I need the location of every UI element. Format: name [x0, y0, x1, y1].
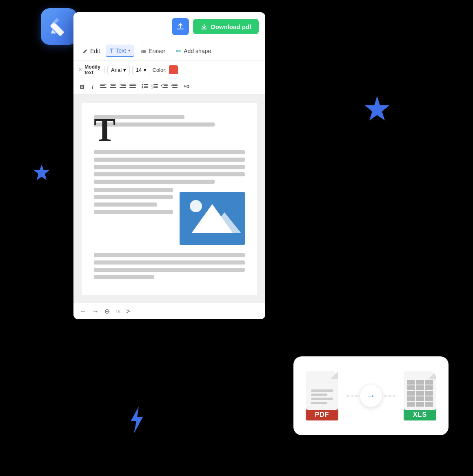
size-selector[interactable]: 14 ▾ — [132, 65, 150, 75]
pencil-icon — [49, 16, 69, 37]
svg-rect-0 — [50, 22, 64, 36]
xls-cell — [416, 396, 424, 401]
text-line — [94, 210, 173, 214]
align-right-button[interactable] — [119, 82, 127, 91]
text-line — [94, 195, 173, 199]
italic-button[interactable]: I — [90, 82, 95, 91]
page-number: 15 — [115, 309, 120, 314]
editor-topbar: Download pdf — [73, 12, 265, 41]
pdf-file-icon: PDF — [306, 371, 338, 420]
eraser-tool-button[interactable]: Eraser — [136, 45, 169, 57]
align-group — [99, 82, 137, 91]
svg-rect-15 — [110, 87, 116, 88]
lightning-icon — [127, 406, 146, 439]
svg-rect-36 — [162, 87, 168, 88]
font-selector[interactable]: Arial ▾ — [107, 65, 130, 75]
text-line — [94, 158, 245, 162]
nav-back-button[interactable]: ← — [80, 308, 87, 315]
pdf-file-line — [311, 402, 327, 404]
xls-cell — [425, 385, 433, 390]
svg-rect-25 — [144, 86, 148, 87]
doc-canvas: T — [73, 95, 265, 303]
star-small-icon — [33, 163, 51, 185]
svg-rect-40 — [172, 87, 178, 88]
edit-label: Edit — [90, 48, 100, 54]
text-lines-area — [94, 115, 245, 127]
pdf-file-line — [311, 394, 327, 396]
svg-rect-20 — [129, 85, 136, 86]
upload-button[interactable] — [172, 18, 189, 35]
doc-content-area: T — [94, 115, 245, 146]
add-shape-tool-button[interactable]: Add shape — [171, 45, 215, 57]
toolbar-row2: × Modify text Arial ▾ 14 ▾ Color: — [73, 61, 265, 79]
text-line — [94, 268, 245, 272]
list-group: 1.2.3. — [141, 82, 178, 91]
text-line — [94, 180, 215, 184]
text-lines-block2 — [94, 150, 245, 184]
zoom-out-button[interactable]: ⊖ — [104, 307, 110, 315]
font-chevron-icon: ▾ — [123, 67, 126, 73]
text-line — [94, 172, 245, 176]
text-line — [94, 253, 245, 257]
xls-cell — [416, 385, 424, 390]
doc-image-row — [94, 188, 245, 249]
align-justify-button[interactable] — [129, 82, 137, 91]
svg-rect-34 — [162, 84, 168, 85]
nav-forward-button[interactable]: → — [92, 308, 99, 315]
svg-marker-4 — [34, 165, 49, 180]
xls-cell — [425, 396, 433, 401]
text-line — [94, 260, 245, 265]
next-page-button[interactable]: > — [126, 308, 130, 315]
download-pdf-button[interactable]: Download pdf — [193, 19, 259, 34]
svg-point-8 — [176, 50, 178, 52]
svg-point-45 — [190, 200, 202, 212]
xls-cell — [407, 385, 415, 390]
svg-point-22 — [142, 84, 143, 85]
text-chevron-icon: ▾ — [128, 48, 130, 53]
svg-point-9 — [178, 50, 181, 52]
xls-cell — [407, 402, 415, 407]
svg-rect-29 — [153, 84, 158, 85]
editor-card: Download pdf Edit T Text ▾ Eraser — [73, 12, 265, 319]
svg-rect-38 — [172, 84, 178, 85]
bold-button[interactable]: B — [78, 82, 86, 91]
doc-T-icon: T — [94, 113, 115, 146]
color-swatch[interactable] — [169, 65, 178, 74]
pdf-file-line — [311, 389, 333, 392]
toolbar2-divider — [104, 66, 105, 73]
edit-tool-button[interactable]: Edit — [78, 45, 104, 57]
svg-rect-39 — [172, 85, 178, 86]
text-tool-button[interactable]: T Text ▾ — [106, 44, 134, 57]
svg-text:3.: 3. — [151, 87, 153, 89]
xls-cell — [416, 391, 424, 396]
xls-file-paper — [404, 371, 436, 410]
svg-rect-12 — [100, 87, 107, 88]
mountain-svg — [180, 192, 245, 245]
color-label: Color: — [153, 67, 167, 73]
svg-rect-17 — [121, 85, 126, 86]
close-modify-button[interactable]: × — [78, 66, 82, 73]
xls-file-icon: XLS — [404, 371, 436, 420]
xls-cell — [407, 380, 415, 385]
text-line — [94, 275, 154, 279]
list-indent-button[interactable] — [160, 82, 169, 91]
addshape-label: Add shape — [184, 48, 211, 54]
conversion-arrow-area: → — [346, 396, 395, 396]
list-bullet-button[interactable] — [141, 82, 149, 91]
list-number-button[interactable]: 1.2.3. — [151, 82, 159, 91]
doc-bottom-bar: ← → ⊖ 15 > — [73, 303, 265, 319]
align-left-button[interactable] — [99, 82, 107, 91]
text-line — [94, 202, 157, 207]
xls-grid — [407, 380, 433, 407]
svg-marker-37 — [161, 85, 162, 87]
link-button[interactable] — [182, 83, 190, 90]
text-lines-left — [94, 188, 173, 249]
text-line — [94, 165, 245, 169]
size-value: 14 — [136, 67, 142, 73]
align-center-button[interactable] — [109, 82, 117, 91]
svg-rect-16 — [120, 84, 126, 85]
doc-page: T — [82, 103, 257, 295]
conversion-card: PDF → — [293, 356, 449, 435]
list-outdent-button[interactable] — [170, 82, 178, 91]
pdf-label: PDF — [306, 409, 338, 420]
